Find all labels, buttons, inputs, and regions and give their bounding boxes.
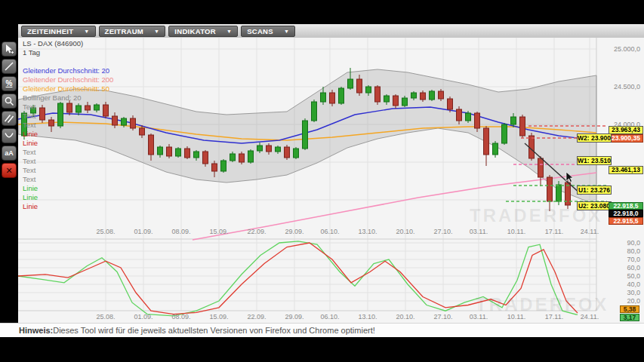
price-badge: 3,17 <box>620 314 639 321</box>
legend-spacer <box>23 57 113 66</box>
timeframe-label: 1 Tag <box>23 48 113 57</box>
x-axis-label: 15.09. <box>209 228 228 235</box>
menu-button-label: ZEITEINHEIT <box>27 27 73 35</box>
x-axis-label: 20.10. <box>396 228 414 235</box>
legend-item: Gleitender Durchschnitt: 200 <box>23 75 113 84</box>
x-axis-label-lower: 06.10. <box>320 313 339 321</box>
y-axis-label-lower: 80,0 <box>595 247 640 255</box>
x-axis-label-lower: 27.10. <box>433 313 452 321</box>
x-axis-label-lower: 08.09. <box>171 313 190 321</box>
menu-button-label: INDIKATOR <box>174 27 216 35</box>
arc-tool-button[interactable] <box>2 128 17 143</box>
text-tool-button[interactable]: aA <box>2 146 17 161</box>
delete-tool-button[interactable]: ✕ <box>2 163 17 178</box>
x-axis-label: 27.10. <box>433 228 452 235</box>
zoom-tool-button[interactable] <box>2 94 17 109</box>
price-badge: U2: 23.080 <box>577 201 612 210</box>
candle <box>176 147 181 158</box>
x-axis-label: 10.11. <box>507 228 525 235</box>
legend-item: Text <box>23 175 113 184</box>
y-axis-label-lower: 30,0 <box>595 289 640 296</box>
candle <box>493 141 498 158</box>
x-axis-label-lower: 10.11. <box>507 313 525 321</box>
x-axis-label: 03.11. <box>470 228 488 235</box>
x-axis-label: 13.10. <box>358 228 377 235</box>
x-axis-label: 22.09. <box>247 228 266 235</box>
menu-button-scans[interactable]: SCANS▼ <box>241 26 295 37</box>
x-axis-label-lower: 29.09. <box>285 313 304 321</box>
legend-item: Linie <box>23 202 113 211</box>
menu-button-label: SCANS <box>247 27 273 35</box>
parallel-lines-tool-button[interactable] <box>2 111 17 126</box>
line-icon <box>4 61 14 72</box>
y-axis-label: 24.500,0 <box>595 83 640 90</box>
legend-item: Text <box>23 148 113 157</box>
hint-text: Dieses Tool wird für die jeweils aktuell… <box>53 326 375 335</box>
menu-button-zeitraum[interactable]: ZEITRAUM▼ <box>99 26 166 37</box>
chevron-down-icon: ▼ <box>284 29 289 34</box>
y-axis-label-lower: 40,0 <box>595 281 640 288</box>
y-axis-label-lower: 70,0 <box>595 256 640 263</box>
price-badge: 5,38 <box>620 305 639 313</box>
footer-hint: Hinweis: Dieses Tool wird für die jeweil… <box>0 323 644 337</box>
price-badge: W2: 23.900 <box>577 133 612 143</box>
x-icon: ✕ <box>5 167 12 175</box>
x-axis-label: 06.10. <box>320 228 339 235</box>
x-axis-label-lower: 25.08. <box>96 313 115 321</box>
price-badge: 23.900,35 <box>609 134 643 143</box>
chart-legend: LS - DAX (846900) 1 Tag Gleitender Durch… <box>23 39 113 211</box>
legend-item: Linie <box>23 193 113 202</box>
candle <box>294 147 299 159</box>
legend-item: Linie <box>23 184 113 193</box>
price-badge: 23.963,43 <box>609 126 643 134</box>
legend-item: Gleitender Durchschnitt: 50 <box>23 84 113 94</box>
menu-button-zeiteinheit[interactable]: ZEITEINHEIT▼ <box>21 26 96 37</box>
x-axis-label-lower: 15.09. <box>209 313 228 321</box>
x-axis-label: 25.08. <box>96 228 115 235</box>
legend-item: Linie <box>23 130 113 139</box>
cursor-tool-button[interactable] <box>2 41 17 57</box>
candle <box>529 133 535 161</box>
legend-item: Bollinger Band: 20 <box>23 94 113 103</box>
traderfox-watermark: TRADERFOX <box>476 294 609 315</box>
x-axis-label-lower: 13.10. <box>358 313 377 321</box>
legend-item: Text <box>23 103 113 112</box>
y-axis-label: 25.000,0 <box>595 45 640 53</box>
chevron-down-icon: ▼ <box>154 29 159 34</box>
top-black-bar <box>0 0 644 24</box>
menu-button-indikator[interactable]: INDIKATOR▼ <box>168 26 238 37</box>
legend-item: Text <box>23 166 113 175</box>
x-axis-label-lower: 20.10. <box>396 313 414 321</box>
price-badge: U1: 23.276 <box>577 186 612 195</box>
parallel-icon <box>4 113 14 124</box>
app-window: ZEITEINHEIT▼ZEITRAUM▼INDIKATOR▼SCANS▼ %a… <box>0 0 644 362</box>
y-axis-label-lower: 90,0 <box>595 239 640 247</box>
price-badge: W1: 23.510 <box>577 156 612 165</box>
candle <box>303 118 308 150</box>
candle <box>339 87 344 105</box>
x-axis-label: 17.11. <box>545 228 563 235</box>
aA-icon: aA <box>5 150 14 157</box>
x-axis-label: 24.11. <box>581 228 599 235</box>
legend-item: Text <box>23 157 113 166</box>
x-axis-label-lower: 01.09. <box>134 313 153 321</box>
legend-item: Linie <box>23 139 113 148</box>
legend-item: Text <box>23 112 113 121</box>
chart-area[interactable]: LS - DAX (846900) 1 Tag Gleitender Durch… <box>18 38 644 323</box>
menu-button-label: ZEITRAUM <box>105 27 143 35</box>
x-axis-label-lower: 17.11. <box>545 313 563 321</box>
y-axis-label-lower: 50,0 <box>595 272 640 280</box>
chevron-down-icon: ▼ <box>226 29 232 34</box>
symbol-label: LS - DAX (846900) <box>23 39 113 48</box>
percent-tool-button[interactable]: % <box>2 76 17 91</box>
trendline-tool-button[interactable] <box>2 59 17 74</box>
candle <box>312 100 317 122</box>
candle <box>375 85 381 105</box>
candle <box>484 126 489 166</box>
candle <box>221 159 226 173</box>
legend-item: Gleitender Durchschnitt: 20 <box>23 66 113 75</box>
candle <box>538 156 544 186</box>
hint-label: Hinweis: <box>19 326 53 335</box>
price-badge: 22.918,0 <box>609 210 643 217</box>
price-badge: 22.918,5 <box>609 202 643 210</box>
